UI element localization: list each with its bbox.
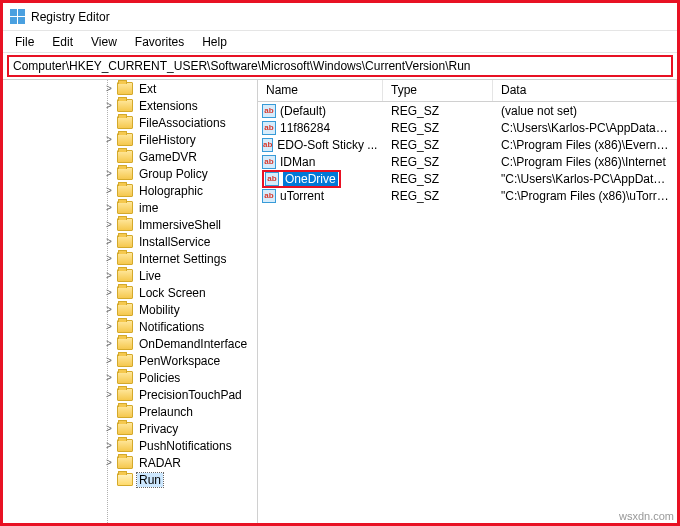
tree-item-live[interactable]: >Live (3, 267, 257, 284)
folder-icon (117, 354, 133, 367)
folder-icon (117, 184, 133, 197)
value-name-cell: abIDMan (258, 155, 383, 169)
expand-toggle-icon[interactable]: > (103, 338, 115, 349)
tree-item-label: Live (137, 269, 163, 283)
tree-item-run[interactable]: >Run (3, 471, 257, 488)
value-row[interactable]: abIDManREG_SZC:\Program Files (x86)\Inte… (258, 153, 677, 170)
tree-item-gamedvr[interactable]: >GameDVR (3, 148, 257, 165)
value-row[interactable]: abuTorrentREG_SZ"C:\Program Files (x86)\… (258, 187, 677, 204)
expand-toggle-icon[interactable]: > (103, 219, 115, 230)
tree-item-holographic[interactable]: >Holographic (3, 182, 257, 199)
tree-item-radar[interactable]: >RADAR (3, 454, 257, 471)
menu-favorites[interactable]: Favorites (127, 33, 192, 51)
tree-item-label: InstallService (137, 235, 212, 249)
tree-item-ondemandinterface[interactable]: >OnDemandInterface (3, 335, 257, 352)
tree-item-label: OnDemandInterface (137, 337, 249, 351)
folder-icon (117, 150, 133, 163)
content-area: >Ext>Extensions>FileAssociations>FileHis… (3, 79, 677, 523)
expand-toggle-icon[interactable]: > (103, 253, 115, 264)
expand-toggle-icon[interactable]: > (103, 321, 115, 332)
value-row[interactable]: ab(Default)REG_SZ(value not set) (258, 102, 677, 119)
value-name: IDMan (280, 155, 315, 169)
tree-item-privacy[interactable]: >Privacy (3, 420, 257, 437)
address-bar[interactable]: Computer\HKEY_CURRENT_USER\Software\Micr… (7, 55, 673, 77)
tree-item-lock-screen[interactable]: >Lock Screen (3, 284, 257, 301)
column-type[interactable]: Type (383, 80, 493, 101)
tree-item-prelaunch[interactable]: >Prelaunch (3, 403, 257, 420)
value-type: REG_SZ (383, 104, 493, 118)
expand-toggle-icon[interactable]: > (103, 372, 115, 383)
menu-file[interactable]: File (7, 33, 42, 51)
value-name-cell: abEDO-Soft Sticky ... (258, 138, 383, 152)
tree-item-label: Policies (137, 371, 182, 385)
tree-item-ext[interactable]: >Ext (3, 80, 257, 97)
expand-toggle-icon[interactable]: > (103, 270, 115, 281)
value-row[interactable]: abOneDriveREG_SZ"C:\Users\Karlos-PC\AppD… (258, 170, 677, 187)
menu-help[interactable]: Help (194, 33, 235, 51)
expand-toggle-icon[interactable]: > (103, 168, 115, 179)
expand-toggle-icon[interactable]: > (103, 304, 115, 315)
tree-item-filehistory[interactable]: >FileHistory (3, 131, 257, 148)
tree-item-label: Privacy (137, 422, 180, 436)
values-pane[interactable]: Name Type Data ab(Default)REG_SZ(value n… (258, 80, 677, 523)
expand-toggle-icon[interactable]: > (103, 440, 115, 451)
tree-item-penworkspace[interactable]: >PenWorkspace (3, 352, 257, 369)
tree-item-notifications[interactable]: >Notifications (3, 318, 257, 335)
tree-item-precisiontouchpad[interactable]: >PrecisionTouchPad (3, 386, 257, 403)
value-type: REG_SZ (383, 172, 493, 186)
value-name-cell: abOneDrive (258, 170, 383, 188)
tree-item-extensions[interactable]: >Extensions (3, 97, 257, 114)
tree-pane[interactable]: >Ext>Extensions>FileAssociations>FileHis… (3, 80, 258, 523)
expand-toggle-icon[interactable]: > (103, 83, 115, 94)
tree-item-internet-settings[interactable]: >Internet Settings (3, 250, 257, 267)
value-data: "C:\Program Files (x86)\uTorren (493, 189, 677, 203)
tree-item-label: GameDVR (137, 150, 199, 164)
folder-icon (117, 371, 133, 384)
tree-item-label: FileAssociations (137, 116, 228, 130)
expand-toggle-icon[interactable]: > (103, 389, 115, 400)
value-name-cell: ab(Default) (258, 104, 383, 118)
column-data[interactable]: Data (493, 80, 677, 101)
registry-tree: >Ext>Extensions>FileAssociations>FileHis… (3, 80, 257, 488)
expand-toggle-icon[interactable]: > (103, 185, 115, 196)
tree-item-label: Prelaunch (137, 405, 195, 419)
tree-item-pushnotifications[interactable]: >PushNotifications (3, 437, 257, 454)
expand-toggle-icon[interactable]: > (103, 134, 115, 145)
tree-item-ime[interactable]: >ime (3, 199, 257, 216)
expand-toggle-icon[interactable]: > (103, 355, 115, 366)
value-name: 11f86284 (280, 121, 330, 135)
menu-edit[interactable]: Edit (44, 33, 81, 51)
value-name: (Default) (280, 104, 326, 118)
folder-icon (117, 116, 133, 129)
string-value-icon: ab (262, 155, 276, 169)
value-name-cell: ab11f86284 (258, 121, 383, 135)
tree-item-installservice[interactable]: >InstallService (3, 233, 257, 250)
expand-toggle-icon[interactable]: > (103, 287, 115, 298)
expand-toggle-icon[interactable]: > (103, 202, 115, 213)
folder-icon (117, 439, 133, 452)
tree-item-label: Mobility (137, 303, 182, 317)
value-data: (value not set) (493, 104, 677, 118)
tree-item-fileassociations[interactable]: >FileAssociations (3, 114, 257, 131)
folder-icon (117, 218, 133, 231)
expand-toggle-icon[interactable]: > (103, 100, 115, 111)
value-row[interactable]: ab11f86284REG_SZC:\Users\Karlos-PC\AppDa… (258, 119, 677, 136)
tree-item-label: Holographic (137, 184, 205, 198)
tree-item-policies[interactable]: >Policies (3, 369, 257, 386)
tree-item-label: RADAR (137, 456, 183, 470)
expand-toggle-icon[interactable]: > (103, 423, 115, 434)
tree-item-label: PenWorkspace (137, 354, 222, 368)
tree-item-label: PrecisionTouchPad (137, 388, 244, 402)
value-name: EDO-Soft Sticky ... (277, 138, 377, 152)
expand-toggle-icon[interactable]: > (103, 457, 115, 468)
tree-item-group-policy[interactable]: >Group Policy (3, 165, 257, 182)
column-name[interactable]: Name (258, 80, 383, 101)
menu-view[interactable]: View (83, 33, 125, 51)
expand-toggle-icon[interactable]: > (103, 236, 115, 247)
value-row[interactable]: abEDO-Soft Sticky ...REG_SZC:\Program Fi… (258, 136, 677, 153)
tree-item-immersiveshell[interactable]: >ImmersiveShell (3, 216, 257, 233)
tree-item-mobility[interactable]: >Mobility (3, 301, 257, 318)
folder-icon (117, 456, 133, 469)
string-value-icon: ab (262, 138, 273, 152)
folder-icon (117, 252, 133, 265)
